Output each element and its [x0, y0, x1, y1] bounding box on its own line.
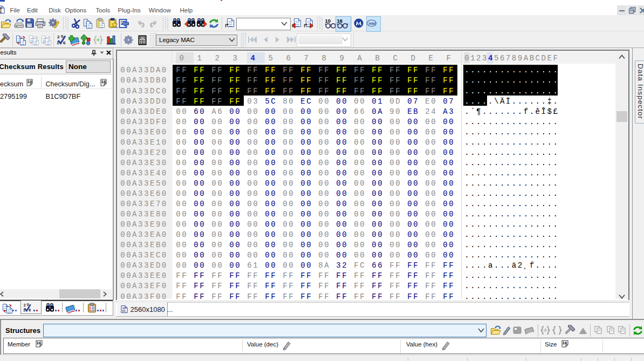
- svg-text:10: 10: [325, 18, 331, 24]
- svg-text:10: 10: [28, 79, 32, 84]
- svg-text:16: 16: [563, 340, 567, 345]
- svg-text:6: 6: [29, 308, 31, 312]
- svg-text:2: 2: [57, 35, 60, 39]
- svg-text:16: 16: [337, 18, 343, 24]
- svg-text:01: 01: [122, 309, 126, 313]
- svg-text:intel: intel: [368, 22, 376, 25]
- svg-text:6: 6: [63, 40, 66, 45]
- svg-text:2: 2: [24, 303, 26, 307]
- svg-text:16: 16: [101, 79, 106, 84]
- svg-text:16: 16: [37, 340, 42, 345]
- svg-text:11: 11: [0, 10, 2, 14]
- svg-text:0: 0: [27, 303, 29, 306]
